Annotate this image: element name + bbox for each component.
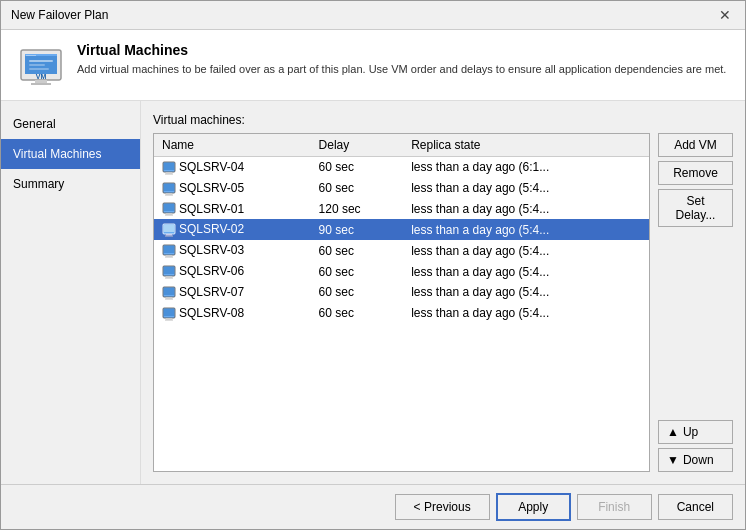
cell-name: SQLSRV-08 (154, 303, 311, 324)
side-buttons: Add VM Remove Set Delay... (650, 133, 733, 227)
svg-rect-13 (165, 173, 173, 174)
close-button[interactable]: ✕ (715, 7, 735, 23)
svg-rect-25 (165, 236, 173, 237)
cell-delay: 90 sec (311, 219, 404, 240)
header-text: Virtual Machines Add virtual machines to… (77, 42, 726, 77)
vm-table-container[interactable]: Name Delay Replica state SQLSRV-0460 sec… (153, 133, 650, 472)
svg-rect-7 (35, 80, 47, 83)
cell-name: SQLSRV-03 (154, 240, 311, 261)
cell-delay: 60 sec (311, 261, 404, 282)
cell-replica-state: less than a day ago (5:4... (403, 240, 649, 261)
cell-name: SQLSRV-02 (154, 219, 311, 240)
cell-replica-state: less than a day ago (6:1... (403, 157, 649, 178)
svg-rect-16 (166, 193, 172, 195)
svg-rect-21 (165, 215, 173, 216)
svg-rect-37 (165, 298, 173, 299)
section-label: Virtual machines: (153, 113, 733, 127)
right-panel: Add VM Remove Set Delay... ▲ Up ▼ Down (650, 133, 733, 472)
sidebar-item-virtual-machines[interactable]: Virtual Machines (1, 139, 140, 169)
table-row[interactable]: SQLSRV-0860 secless than a day ago (5:4.… (154, 303, 649, 324)
cell-replica-state: less than a day ago (5:4... (403, 219, 649, 240)
svg-rect-39 (164, 309, 174, 316)
header-icon: VM (17, 42, 65, 90)
svg-rect-36 (166, 297, 172, 299)
svg-rect-40 (166, 318, 172, 320)
dialog-body: General Virtual Machines Summary Virtual… (1, 101, 745, 484)
finish-button[interactable]: Finish (577, 494, 652, 520)
cell-delay: 120 sec (311, 199, 404, 220)
down-button[interactable]: ▼ Down (658, 448, 733, 472)
vm-small-icon (162, 202, 176, 216)
dialog-header: VM Virtual Machines Add virtual machines… (1, 30, 745, 101)
svg-rect-29 (165, 257, 173, 258)
previous-button[interactable]: < Previous (395, 494, 490, 520)
cancel-button[interactable]: Cancel (658, 494, 733, 520)
title-bar: New Failover Plan ✕ (1, 1, 745, 30)
table-row[interactable]: SQLSRV-0760 secless than a day ago (5:4.… (154, 282, 649, 303)
table-row[interactable]: SQLSRV-0660 secless than a day ago (5:4.… (154, 261, 649, 282)
cell-delay: 60 sec (311, 303, 404, 324)
up-arrow-icon: ▲ (667, 425, 679, 439)
cell-replica-state: less than a day ago (5:4... (403, 303, 649, 324)
svg-text:VM: VM (36, 73, 47, 80)
sidebar-item-summary[interactable]: Summary (1, 169, 140, 199)
svg-rect-17 (165, 194, 173, 195)
svg-rect-35 (164, 288, 174, 295)
vm-small-icon (162, 265, 176, 279)
svg-rect-41 (165, 319, 173, 320)
header-description: Add virtual machines to be failed over a… (77, 62, 726, 77)
cell-replica-state: less than a day ago (5:4... (403, 261, 649, 282)
remove-button[interactable]: Remove (658, 161, 733, 185)
down-arrow-icon: ▼ (667, 453, 679, 467)
main-content: Virtual machines: Name Delay Replica sta… (141, 101, 745, 484)
cell-replica-state: less than a day ago (5:4... (403, 199, 649, 220)
svg-rect-19 (164, 204, 174, 211)
cell-name: SQLSRV-01 (154, 199, 311, 220)
col-name: Name (154, 134, 311, 157)
vm-small-icon (162, 286, 176, 300)
vm-small-icon (162, 161, 176, 175)
cell-name: SQLSRV-07 (154, 282, 311, 303)
cell-delay: 60 sec (311, 157, 404, 178)
vm-tbody: SQLSRV-0460 secless than a day ago (6:1.… (154, 157, 649, 324)
apply-button[interactable]: Apply (496, 493, 571, 521)
table-row[interactable]: SQLSRV-0460 secless than a day ago (6:1.… (154, 157, 649, 178)
cell-delay: 60 sec (311, 178, 404, 199)
svg-rect-6 (29, 68, 49, 70)
vm-table: Name Delay Replica state SQLSRV-0460 sec… (154, 134, 649, 324)
vm-small-icon (162, 182, 176, 196)
svg-rect-15 (164, 184, 174, 191)
up-button[interactable]: ▲ Up (658, 420, 733, 444)
svg-rect-3 (26, 55, 36, 56)
table-header-row: Name Delay Replica state (154, 134, 649, 157)
new-failover-plan-dialog: New Failover Plan ✕ VM (0, 0, 746, 530)
cell-name: SQLSRV-06 (154, 261, 311, 282)
svg-rect-33 (165, 277, 173, 278)
header-title: Virtual Machines (77, 42, 726, 58)
svg-rect-31 (164, 267, 174, 274)
svg-rect-8 (31, 83, 51, 85)
table-row[interactable]: SQLSRV-01120 secless than a day ago (5:4… (154, 199, 649, 220)
svg-rect-11 (164, 163, 174, 170)
svg-rect-20 (166, 213, 172, 215)
dialog-footer: < Previous Apply Finish Cancel (1, 484, 745, 529)
svg-rect-4 (29, 60, 53, 62)
col-delay: Delay (311, 134, 404, 157)
cell-replica-state: less than a day ago (5:4... (403, 178, 649, 199)
svg-rect-28 (166, 255, 172, 257)
table-row[interactable]: SQLSRV-0360 secless than a day ago (5:4.… (154, 240, 649, 261)
svg-rect-5 (29, 64, 45, 66)
set-delay-button[interactable]: Set Delay... (658, 189, 733, 227)
svg-rect-24 (166, 234, 172, 236)
vm-small-icon (162, 244, 176, 258)
add-vm-button[interactable]: Add VM (658, 133, 733, 157)
cell-delay: 60 sec (311, 240, 404, 261)
cell-name: SQLSRV-05 (154, 178, 311, 199)
sidebar: General Virtual Machines Summary (1, 101, 141, 484)
cell-delay: 60 sec (311, 282, 404, 303)
table-row[interactable]: SQLSRV-0560 secless than a day ago (5:4.… (154, 178, 649, 199)
sidebar-item-general[interactable]: General (1, 109, 140, 139)
content-row: Name Delay Replica state SQLSRV-0460 sec… (153, 133, 733, 472)
table-row[interactable]: SQLSRV-0290 secless than a day ago (5:4.… (154, 219, 649, 240)
vm-icon: VM (17, 42, 65, 90)
